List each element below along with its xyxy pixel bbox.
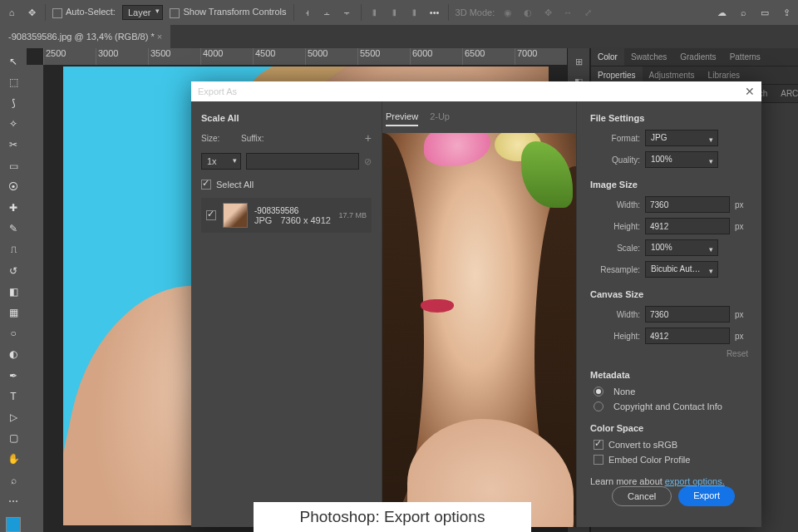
close-tab-icon[interactable]: × — [157, 32, 162, 42]
canvas-width-input[interactable] — [645, 306, 730, 323]
auto-select-checkbox[interactable]: Auto-Select: — [52, 7, 116, 17]
size-select[interactable]: 1x — [201, 153, 241, 170]
format-select[interactable]: JPG — [645, 130, 718, 146]
tab-2up[interactable]: 2-Up — [430, 111, 450, 126]
brush-tool-icon[interactable]: ✎ — [5, 221, 22, 237]
move-icon[interactable]: ✥ — [25, 6, 38, 19]
path-tool-icon[interactable]: ▷ — [5, 409, 22, 425]
hand-tool-icon[interactable]: ✋ — [5, 451, 22, 467]
share-icon[interactable]: ⇪ — [780, 6, 793, 19]
align-right-icon[interactable]: ⫟ — [341, 6, 354, 19]
distribute-icon[interactable]: ⦀ — [368, 6, 382, 19]
width-label: Width: — [590, 200, 640, 209]
separator — [361, 4, 362, 21]
eyedropper-icon[interactable]: ⦿ — [5, 179, 22, 195]
panel-icon[interactable]: ⊞ — [572, 55, 585, 68]
metadata-heading: Metadata — [590, 370, 748, 380]
gradient-tool-icon[interactable]: ▦ — [5, 304, 22, 320]
width-input[interactable] — [645, 196, 730, 213]
wand-tool-icon[interactable]: ✧ — [5, 116, 22, 132]
suffix-input[interactable] — [246, 153, 359, 170]
edit-toolbar-icon[interactable]: ⋯ — [5, 493, 22, 509]
unit-label: px — [735, 332, 748, 341]
crop-tool-icon[interactable]: ✂ — [5, 137, 22, 153]
marquee-tool-icon[interactable]: ⬚ — [5, 74, 22, 90]
ruler-vertical — [27, 65, 43, 532]
asset-dimensions: 7360 x 4912 — [280, 215, 331, 225]
blur-tool-icon[interactable]: ○ — [5, 326, 22, 342]
roll-icon: ◐ — [521, 6, 534, 19]
scale-select[interactable]: 100% — [645, 239, 718, 256]
pen-tool-icon[interactable]: ✒ — [5, 367, 22, 383]
embed-profile-checkbox[interactable] — [594, 455, 603, 465]
export-as-dialog: Export As ✕ Scale All Size: Suffix: + 1x… — [191, 81, 761, 527]
more-icon[interactable]: ••• — [428, 6, 441, 19]
shape-tool-icon[interactable]: ▢ — [5, 431, 22, 446]
type-tool-icon[interactable]: T — [5, 388, 22, 404]
export-options-link[interactable]: export options. — [665, 476, 725, 486]
tab-color[interactable]: Color — [591, 48, 624, 66]
file-settings-heading: File Settings — [590, 113, 748, 123]
height-input[interactable] — [645, 218, 730, 234]
tab-patterns[interactable]: Patterns — [723, 48, 767, 66]
quality-label: Quality: — [590, 155, 640, 165]
srgb-label: Convert to sRGB — [608, 440, 677, 450]
tab-swatches[interactable]: Swatches — [624, 48, 673, 66]
separator — [293, 4, 294, 21]
asset-checkbox[interactable] — [206, 210, 216, 220]
remove-size-icon[interactable]: ⊘ — [364, 156, 372, 167]
zoom-tool-icon[interactable]: ⌕ — [5, 472, 22, 488]
search-icon[interactable]: ⌕ — [736, 6, 750, 19]
toolbar: ↖ ⬚ ⟆ ✧ ✂ ▭ ⦿ ✚ ✎ ⎍ ↺ ◧ ▦ ○ ◐ ✒ T ▷ ▢ ✋ … — [0, 48, 27, 532]
workspace-icon[interactable]: ▭ — [758, 6, 771, 19]
metadata-copyright-radio[interactable] — [594, 401, 603, 411]
history-brush-icon[interactable]: ↺ — [5, 263, 22, 278]
pan-icon: ✥ — [541, 6, 554, 19]
home-icon[interactable]: ⌂ — [5, 6, 18, 19]
cloud-icon[interactable]: ☁ — [715, 6, 728, 19]
foreground-swatch[interactable] — [6, 517, 21, 531]
align-left-icon[interactable]: ⫞ — [301, 6, 314, 19]
unit-label: px — [735, 222, 748, 231]
distribute-icon[interactable]: ⦀ — [388, 6, 401, 19]
frame-tool-icon[interactable]: ▭ — [5, 158, 22, 174]
format-label: Format: — [590, 134, 640, 143]
healing-brush-icon[interactable]: ✚ — [5, 200, 22, 215]
suffix-label: Suffix: — [241, 134, 360, 143]
asset-row[interactable]: -908359586 JPG7360 x 4912 17.7 MB — [201, 198, 372, 233]
tab-arcmask[interactable]: ARCMask — [774, 85, 798, 102]
canvas-height-label: Height: — [590, 332, 640, 341]
options-bar: ⌂ ✥ Auto-Select: Layer Show Transform Co… — [0, 0, 798, 25]
align-center-icon[interactable]: ⫠ — [321, 6, 334, 19]
srgb-checkbox[interactable] — [594, 440, 603, 450]
resample-label: Resample: — [590, 265, 640, 274]
orbit-icon: ◉ — [501, 6, 515, 19]
height-label: Height: — [590, 222, 640, 231]
select-all-checkbox[interactable] — [201, 180, 211, 190]
document-tab[interactable]: -908359586.jpg @ 13,4% (RGB/8) * × — [0, 25, 170, 48]
distribute-icon[interactable]: ⦀ — [408, 6, 421, 19]
metadata-none-radio[interactable] — [594, 387, 603, 397]
learn-more: Learn more about export options. — [590, 476, 748, 486]
move-tool-icon[interactable]: ↖ — [5, 53, 22, 69]
canvas-height-input[interactable] — [645, 328, 730, 344]
export-button[interactable]: Export — [678, 486, 735, 506]
layer-select[interactable]: Layer — [122, 5, 164, 20]
show-transform-checkbox[interactable]: Show Transform Controls — [170, 7, 286, 17]
mode3d-label: 3D Mode: — [456, 7, 495, 17]
tab-gradients[interactable]: Gradients — [673, 48, 722, 66]
select-all-label: Select All — [216, 180, 254, 190]
lasso-tool-icon[interactable]: ⟆ — [5, 95, 22, 111]
quality-select[interactable]: 100% — [645, 151, 718, 168]
tab-preview[interactable]: Preview — [386, 111, 418, 126]
add-size-icon[interactable]: + — [365, 131, 372, 145]
eraser-tool-icon[interactable]: ◧ — [5, 283, 22, 299]
scale-column: Scale All Size: Suffix: + 1x ⊘ Select Al… — [191, 101, 382, 527]
resample-select[interactable]: Bicubic Auto... — [645, 261, 718, 278]
dodge-tool-icon[interactable]: ◐ — [5, 347, 22, 362]
stamp-tool-icon[interactable]: ⎍ — [5, 242, 22, 258]
metadata-copyright-label: Copyright and Contact Info — [613, 401, 722, 411]
cancel-button[interactable]: Cancel — [612, 486, 672, 506]
close-icon[interactable]: ✕ — [745, 85, 755, 98]
reset-button[interactable]: Reset — [590, 349, 748, 358]
